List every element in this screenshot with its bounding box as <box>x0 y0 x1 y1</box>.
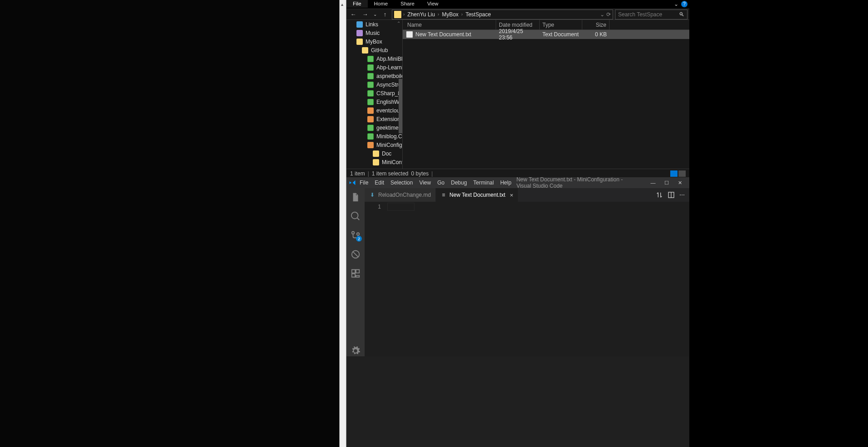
search-icon[interactable] <box>350 211 361 222</box>
folder-tree-panel[interactable]: ⌃ LinksMusicMyBoxGitHubAbp.MiniBlogAbp-L… <box>346 20 403 169</box>
thumbnails-view-icon[interactable] <box>678 170 686 177</box>
git-folder-icon <box>367 73 374 79</box>
menu-debug[interactable]: Debug <box>448 177 470 188</box>
split-editor-icon[interactable] <box>668 191 675 199</box>
tree-item-label: MyBox <box>366 39 382 45</box>
git-folder-icon <box>367 99 374 105</box>
tree-item[interactable]: eventcloud <box>346 106 402 115</box>
orange-folder-icon <box>367 107 374 114</box>
maximize-button[interactable]: ☐ <box>660 177 673 188</box>
tree-item[interactable]: MiniConfig <box>346 158 402 166</box>
menu-edit[interactable]: Edit <box>371 177 387 188</box>
ribbon-tab-bar: File Home Share View ⌄ ? <box>346 0 689 8</box>
editor-text-area[interactable] <box>387 202 689 356</box>
file-row-selected[interactable]: New Text Document.txt 2019/4/25 23:56 Te… <box>403 30 689 39</box>
menu-view[interactable]: View <box>416 177 434 188</box>
line-number-gutter: 1 <box>365 202 387 356</box>
ribbon-collapse-icon[interactable]: ⌄ <box>674 1 678 7</box>
details-view-icon[interactable] <box>670 170 678 177</box>
address-bar[interactable]: › ZhenYu Liu › MyBox › TestSpace ⌄ ⟳ <box>392 10 613 19</box>
menu-file[interactable]: File <box>356 177 371 188</box>
search-icon[interactable]: 🔍︎ <box>679 11 684 18</box>
file-type: Text Document <box>540 31 582 38</box>
ribbon-tab-home[interactable]: Home <box>368 0 395 8</box>
tree-item[interactable]: Miniblog.Cor <box>346 132 402 141</box>
tree-item[interactable]: MyBox <box>346 37 402 46</box>
refresh-icon[interactable]: ⟳ <box>606 11 611 18</box>
source-control-icon[interactable]: 2 <box>350 230 361 241</box>
column-header-type[interactable]: Type <box>540 20 582 29</box>
current-line-highlight <box>387 203 414 211</box>
tree-item[interactable]: aspnetboilerp <box>346 72 402 80</box>
file-list-panel[interactable]: Name Date modified Type Size New Text Do… <box>403 20 689 169</box>
vscode-window: FileEditSelectionViewGoDebugTerminalHelp… <box>346 177 689 356</box>
search-input[interactable]: Search TestSpace 🔍︎ <box>615 10 688 19</box>
breadcrumb-item[interactable]: ZhenYu Liu <box>406 11 436 18</box>
tree-item-label: Abp-Learning <box>376 64 402 71</box>
nav-history-dropdown[interactable]: ⌄ <box>372 10 378 19</box>
ribbon-tab-share[interactable]: Share <box>394 0 421 8</box>
text-editor[interactable]: 1 <box>365 202 689 356</box>
menu-selection[interactable]: Selection <box>387 177 416 188</box>
breadcrumb-item[interactable]: TestSpace <box>464 11 492 18</box>
view-mode-toggle[interactable] <box>670 170 686 177</box>
scrollbar-up-arrow-icon[interactable]: ▴ <box>341 2 343 7</box>
tree-item-label: GitHub <box>371 47 388 53</box>
nav-up-button[interactable]: ↑ <box>380 10 390 19</box>
debug-icon[interactable] <box>350 249 361 260</box>
compare-icon[interactable] <box>656 191 663 199</box>
tree-item[interactable]: Doc <box>346 149 402 158</box>
address-dropdown-icon[interactable]: ⌄ <box>600 11 605 18</box>
ribbon-tab-file[interactable]: File <box>346 0 368 8</box>
tree-item[interactable]: Links <box>346 20 402 29</box>
column-header-size[interactable]: Size <box>582 20 610 29</box>
minimize-button[interactable]: — <box>647 177 659 188</box>
tree-scrollbar-thumb[interactable] <box>399 79 402 133</box>
file-explorer-window: File Home Share View ⌄ ? ← → ⌄ ↑ › ZhenY… <box>346 0 689 177</box>
markdown-file-icon: ⬇ <box>369 192 375 198</box>
settings-gear-icon[interactable] <box>350 345 361 356</box>
breadcrumb-separator-icon[interactable]: › <box>437 12 440 17</box>
blue-folder-icon <box>356 21 363 28</box>
extensions-icon[interactable] <box>350 268 361 279</box>
tree-item[interactable]: GitHub <box>346 46 402 54</box>
breadcrumb-separator-icon[interactable]: › <box>460 12 463 17</box>
tree-item[interactable]: Abp.MiniBlog <box>346 54 402 63</box>
tree-item-label: MiniConfig <box>382 159 402 165</box>
nav-forward-button[interactable]: → <box>360 10 370 19</box>
tree-item[interactable]: Abp-Learning <box>346 63 402 72</box>
tab-close-icon[interactable]: × <box>508 192 513 199</box>
close-button[interactable]: ✕ <box>674 177 687 188</box>
breadcrumb-item[interactable]: MyBox <box>441 11 459 18</box>
tree-item[interactable]: geektime-spr <box>346 123 402 132</box>
status-bytes: 0 bytes <box>411 170 429 177</box>
menu-terminal[interactable]: Terminal <box>470 177 497 188</box>
tree-collapse-icon[interactable]: ⌃ <box>397 21 400 26</box>
editor-actions: ⋯ <box>651 188 689 202</box>
left-blank-area <box>0 0 339 447</box>
folder-icon <box>394 11 401 18</box>
help-icon[interactable]: ? <box>681 1 688 7</box>
ribbon-tab-view[interactable]: View <box>421 0 445 8</box>
editor-tab-active[interactable]: ≡ New Text Document.txt × <box>436 188 518 202</box>
nav-back-button[interactable]: ← <box>348 10 358 19</box>
vertical-scrollbar-strip[interactable]: ▴ <box>339 0 346 447</box>
explorer-icon[interactable] <box>350 192 361 203</box>
git-folder-icon <box>367 56 374 62</box>
folder-folder-icon <box>356 39 363 45</box>
editor-tab[interactable]: ⬇ ReloadOnChange.md <box>365 188 436 202</box>
menu-help[interactable]: Help <box>497 177 515 188</box>
column-header-name[interactable]: Name <box>403 20 496 29</box>
tree-item[interactable]: CSharp_8_Asy <box>346 89 402 97</box>
breadcrumb-separator-icon[interactable]: › <box>402 12 405 17</box>
more-actions-icon[interactable]: ⋯ <box>679 192 685 198</box>
tree-item[interactable]: Extensions <box>346 115 402 123</box>
tree-item[interactable]: AsyncStream <box>346 80 402 89</box>
menu-go[interactable]: Go <box>434 177 448 188</box>
tree-item[interactable]: EnglishWords <box>346 97 402 106</box>
tab-label: ReloadOnChange.md <box>378 192 431 198</box>
address-bar-row: ← → ⌄ ↑ › ZhenYu Liu › MyBox › TestSpace… <box>346 9 689 20</box>
tree-item[interactable]: MiniConfigur <box>346 141 402 149</box>
tree-item-label: MiniConfigur <box>376 142 402 148</box>
tree-item[interactable]: Music <box>346 29 402 37</box>
